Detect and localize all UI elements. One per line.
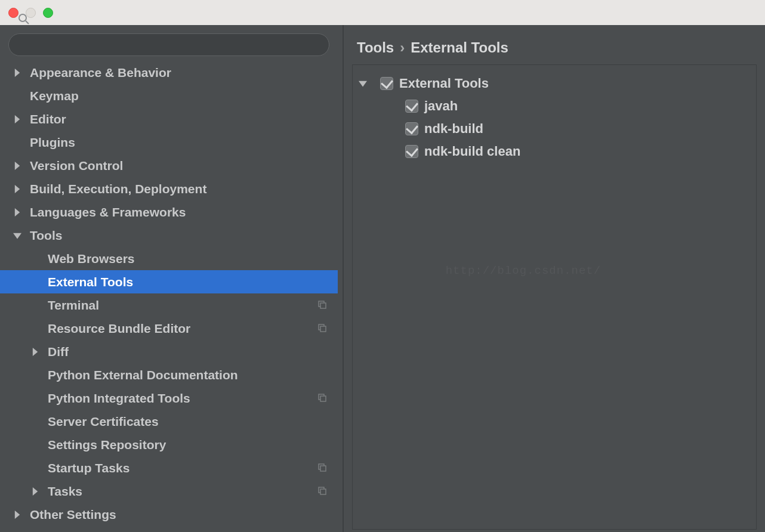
window-close-button[interactable] — [8, 8, 18, 18]
sidebar-item-label: Appearance & Behavior — [30, 66, 338, 79]
sidebar-item-label: Diff — [48, 345, 338, 358]
copy-icon — [317, 485, 327, 497]
sidebar-item-label: Build, Execution, Deployment — [30, 183, 338, 195]
sidebar-item-external-tools[interactable]: External Tools — [0, 270, 338, 293]
sidebar-item-label: Other Settings — [30, 508, 338, 521]
svg-point-0 — [19, 14, 26, 21]
chevron-right-icon — [13, 208, 30, 216]
external-tools-group-label: External Tools — [399, 76, 489, 91]
checkbox-javah[interactable] — [405, 100, 418, 113]
sidebar-item-label: Startup Tasks — [48, 462, 317, 474]
sidebar-item-version-control[interactable]: Version Control — [0, 154, 338, 177]
svg-rect-7 — [320, 396, 326, 401]
breadcrumb-root: Tools — [357, 39, 394, 56]
content-pane: Tools › External Tools External Toolsjav… — [343, 25, 765, 532]
chevron-right-icon — [31, 487, 48, 496]
window-maximize-button[interactable] — [43, 8, 53, 18]
sidebar-item-label: Terminal — [48, 299, 317, 311]
external-tool-label: javah — [424, 98, 458, 114]
watermark-text: http://blog.csdn.net/ — [446, 264, 601, 277]
sidebar-item-startup-tasks[interactable]: Startup Tasks — [0, 456, 338, 480]
external-tool-label: ndk-build clean — [424, 144, 520, 159]
sidebar-item-server-certificates[interactable]: Server Certificates — [0, 410, 338, 433]
titlebar — [0, 0, 765, 25]
checkbox-ndk-build-clean[interactable] — [405, 145, 418, 158]
sidebar-item-build-execution-deployment[interactable]: Build, Execution, Deployment — [0, 177, 338, 200]
sidebar-item-label: Tasks — [48, 485, 317, 497]
copy-icon — [317, 299, 327, 311]
chevron-down-icon — [13, 231, 30, 240]
sidebar-item-settings-repository[interactable]: Settings Repository — [0, 433, 338, 456]
sidebar-item-label: External Tools — [48, 276, 338, 288]
sidebar-item-label: Editor — [30, 113, 338, 125]
chevron-right-icon — [13, 185, 30, 193]
sidebar-item-plugins[interactable]: Plugins — [0, 131, 338, 154]
breadcrumb-current: External Tools — [411, 39, 508, 56]
sidebar-item-label: Python Integrated Tools — [48, 392, 317, 404]
chevron-down-icon — [359, 79, 374, 88]
chevron-right-icon — [13, 69, 30, 77]
sidebar-item-python-integrated-tools[interactable]: Python Integrated Tools — [0, 386, 338, 410]
external-tool-ndk-build[interactable]: ndk-build — [359, 117, 750, 140]
sidebar-item-label: Web Browsers — [48, 252, 338, 265]
copy-icon — [317, 322, 327, 335]
external-tool-javah[interactable]: javah — [359, 95, 750, 117]
sidebar-item-label: Languages & Frameworks — [30, 206, 338, 218]
sidebar-item-resource-bundle-editor[interactable]: Resource Bundle Editor — [0, 317, 338, 340]
sidebar-item-label: Server Certificates — [48, 415, 338, 428]
copy-icon — [317, 462, 327, 474]
sidebar-item-other-settings[interactable]: Other Settings — [0, 503, 338, 526]
sidebar-item-label: Python External Documentation — [48, 369, 338, 381]
checkbox-external-tools[interactable] — [380, 77, 393, 90]
breadcrumb-separator: › — [400, 39, 405, 56]
svg-rect-9 — [320, 466, 326, 471]
settings-tree: Appearance & BehaviorKeymapEditorPlugins… — [0, 61, 338, 526]
sidebar-item-label: Keymap — [30, 89, 338, 102]
checkbox-ndk-build[interactable] — [405, 122, 418, 135]
breadcrumb: Tools › External Tools — [344, 25, 765, 64]
external-tools-group[interactable]: External Tools — [359, 72, 750, 95]
external-tools-tree: External Toolsjavahndk-buildndk-build cl… — [359, 72, 750, 163]
svg-rect-3 — [320, 303, 326, 308]
external-tool-label: ndk-build — [424, 121, 483, 137]
sidebar-item-label: Settings Repository — [48, 438, 338, 451]
chevron-right-icon — [13, 162, 30, 170]
sidebar-item-languages-frameworks[interactable]: Languages & Frameworks — [0, 200, 338, 224]
sidebar-item-tools[interactable]: Tools — [0, 224, 338, 247]
external-tools-panel: External Toolsjavahndk-buildndk-build cl… — [352, 64, 757, 530]
sidebar-item-keymap[interactable]: Keymap — [0, 84, 338, 107]
sidebar-item-label: Version Control — [30, 159, 338, 172]
sidebar-item-python-external-documentation[interactable]: Python External Documentation — [0, 363, 338, 386]
sidebar-item-appearance-behavior[interactable]: Appearance & Behavior — [0, 61, 338, 84]
sidebar-item-web-browsers[interactable]: Web Browsers — [0, 247, 338, 270]
sidebar-item-tasks[interactable]: Tasks — [0, 480, 338, 503]
chevron-right-icon — [31, 348, 48, 356]
sidebar-item-editor[interactable]: Editor — [0, 107, 338, 131]
settings-sidebar: Appearance & BehaviorKeymapEditorPlugins… — [0, 25, 343, 532]
search-input[interactable] — [8, 33, 329, 56]
search-wrap — [0, 25, 338, 61]
svg-line-1 — [26, 21, 29, 24]
sidebar-item-label: Plugins — [30, 136, 338, 149]
sidebar-item-terminal[interactable]: Terminal — [0, 293, 338, 317]
chevron-right-icon — [13, 115, 30, 123]
external-tool-ndk-build-clean[interactable]: ndk-build clean — [359, 140, 750, 163]
chevron-right-icon — [13, 511, 30, 519]
svg-rect-11 — [320, 489, 326, 494]
sidebar-item-label: Tools — [30, 229, 338, 242]
sidebar-item-diff[interactable]: Diff — [0, 340, 338, 363]
workspace: Appearance & BehaviorKeymapEditorPlugins… — [0, 25, 765, 532]
search-icon — [18, 13, 30, 27]
copy-icon — [317, 392, 327, 404]
sidebar-item-label: Resource Bundle Editor — [48, 322, 317, 335]
svg-rect-5 — [320, 326, 326, 332]
